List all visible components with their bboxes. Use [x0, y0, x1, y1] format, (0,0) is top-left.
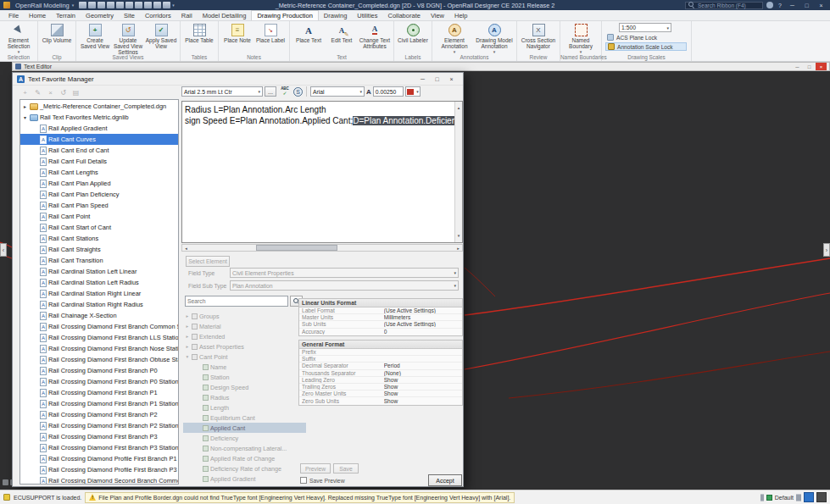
quick-access-icon[interactable] — [153, 2, 161, 8]
symbol-insert-icon[interactable]: S — [293, 87, 303, 97]
account-icon[interactable] — [766, 2, 773, 8]
favorites-toolbar-icon[interactable]: ↺ — [58, 87, 69, 97]
ribbon-tab[interactable]: Drawing — [319, 10, 353, 20]
scroll-left-icon[interactable]: ◂ — [182, 246, 190, 251]
favorites-tree-item[interactable]: Rail Crossing Diamond First Branch LLS S… — [20, 332, 178, 343]
quick-access-icon[interactable] — [79, 2, 86, 8]
favorites-tree-item[interactable]: Rail Crossing Diamond First Branch P3 — [20, 431, 178, 442]
ribbon-tab[interactable]: Terrain — [51, 10, 81, 20]
field-tree-item[interactable]: Equilibrium Cant — [183, 413, 306, 423]
tree-expand-icon[interactable]: ▸ — [22, 103, 28, 109]
field-tree-item[interactable]: Applied Gradient — [183, 474, 306, 484]
status-icon[interactable] — [799, 494, 801, 501]
window-restore-button[interactable]: □ — [801, 3, 812, 8]
quick-access-icon[interactable] — [107, 2, 114, 8]
ribbon-button[interactable]: Cross Section Navigator ▾ — [520, 23, 557, 53]
font-warning-message[interactable]: File Plan and Profile Border.dgn could n… — [85, 492, 515, 503]
save-button[interactable]: Save — [333, 463, 359, 474]
favorites-tree-item[interactable]: Rail Crossing Diamond First Branch Nose … — [20, 343, 178, 354]
help-icon[interactable]: ? — [777, 3, 783, 8]
panel-expander-left[interactable]: ‹ — [0, 243, 7, 257]
ribbon-tab[interactable]: File — [3, 10, 24, 20]
favorites-toolbar-icon[interactable]: ✎ — [32, 87, 43, 97]
favorites-tree-item[interactable]: Rail Crossing Diamond First Branch Obtus… — [20, 354, 178, 365]
ribbon-tab[interactable]: Help — [449, 10, 472, 20]
favorites-tree-item[interactable]: Rail Applied Gradient — [20, 123, 178, 134]
favorites-tree-item[interactable]: Rail Crossing Diamond First Branch P2 — [20, 409, 178, 420]
favorites-tree-item[interactable]: Rail Crossing Diamond Profile First Bran… — [20, 464, 178, 475]
ribbon-button[interactable]: Change Text Attributes ▾ — [359, 23, 391, 53]
format-property-row[interactable]: Decimal Separator Period — [299, 363, 462, 369]
tree-expand-icon[interactable]: ▾ — [185, 354, 190, 359]
annotation-scale-lock-toggle[interactable]: Annotation Scale Lock — [605, 42, 687, 51]
ribbon-button[interactable]: Place Note ▾ — [221, 23, 253, 47]
ribbon-tab[interactable]: Drawing Production — [251, 10, 318, 20]
field-tree-item[interactable]: Length — [183, 402, 306, 413]
favorites-tree-item[interactable]: Rail Cant End of Cant — [20, 145, 178, 156]
favorites-tree-item[interactable]: Rail Cardinal Station Right Linear — [20, 288, 178, 299]
format-property-row[interactable]: Accuracy 0 — [299, 329, 462, 335]
ribbon-button[interactable]: Clip Volume ▾ — [41, 23, 73, 47]
drawing-scale-select[interactable]: 1:500 ▾ — [619, 23, 671, 32]
favorites-tree-item[interactable]: Rail Cant Plan Speed — [20, 200, 178, 211]
tree-expand-icon[interactable]: ▸ — [185, 334, 190, 339]
ribbon-tab[interactable]: Home — [24, 10, 51, 20]
quick-access-icon[interactable] — [116, 2, 124, 8]
favorites-tree-item[interactable]: Rail Cant Start of Cant — [20, 222, 178, 233]
te-window-restore-button[interactable]: □ — [804, 63, 815, 70]
ribbon-tab[interactable]: Site — [119, 10, 140, 20]
favorites-tree-item[interactable]: Rail Cant Lengths — [20, 167, 178, 178]
favorites-tree-item[interactable]: Rail Chainage X-Section — [20, 310, 178, 321]
format-property-row[interactable]: Suffix — [299, 356, 462, 363]
ribbon-button[interactable]: Edit Text ▾ — [326, 23, 358, 47]
field-tree-item[interactable]: Radius — [183, 392, 306, 402]
favorites-tree-item[interactable]: Rail Cant Plan Applied — [20, 178, 178, 189]
te-window-close-button[interactable]: × — [816, 63, 827, 70]
favorites-tree-item[interactable]: Rail Crossing Diamond Second Branch Comm… — [20, 475, 178, 485]
format-property-row[interactable]: Zero Master Units Show — [299, 390, 462, 397]
field-tree-item[interactable]: ▸ Material — [183, 321, 306, 331]
ribbon-tab[interactable]: Collaborate — [383, 10, 426, 20]
ribbon-button[interactable]: Civil Labeler ▾ — [397, 23, 429, 47]
favorites-tree-item[interactable]: Rail Cant Transition — [20, 255, 178, 266]
ribbon-tab[interactable]: Geometry — [81, 10, 119, 20]
format-property-row[interactable]: Sub Units (Use Active Settings) — [299, 321, 462, 328]
favorites-tree-item[interactable]: Rail Crossing Diamond First Branch P1 — [20, 387, 178, 398]
field-tree-item[interactable]: ▸ Groups — [183, 311, 306, 321]
favorites-tree-item[interactable]: Rail Cant Plan Deficiency — [20, 189, 178, 200]
field-tree-item[interactable]: Design Speed — [183, 382, 306, 392]
favorites-tree-item[interactable]: Rail Crossing Diamond First Branch P2 St… — [20, 420, 178, 431]
favorites-toolbar-icon[interactable]: ▤ — [70, 87, 81, 97]
favorites-tree-item[interactable]: Rail Crossing Diamond First Branch P0 St… — [20, 376, 178, 387]
status-icon[interactable] — [762, 494, 764, 501]
favorites-tree-item[interactable]: Rail Cant Straights — [20, 244, 178, 255]
text-editor-window-titlebar[interactable]: Text Editor ─ □ × — [12, 62, 830, 71]
field-tree-item[interactable]: Deficiency Rate of change — [183, 463, 306, 474]
more-styles-button[interactable]: ... — [265, 86, 276, 97]
ribbon-tab[interactable]: Model Detailing — [198, 10, 252, 20]
window-close-button[interactable]: × — [816, 3, 827, 8]
ribbon-button[interactable]: Element Selection ▾ — [3, 23, 35, 53]
select-element-button[interactable]: Select Element — [186, 256, 230, 267]
ribbon-button[interactable]: Place Text ▾ — [292, 23, 325, 47]
ribbon-tab[interactable]: Corridors — [140, 10, 176, 20]
acs-plane-lock-toggle[interactable]: ACS Plane Lock — [605, 33, 687, 42]
notifications-icon[interactable] — [804, 492, 814, 502]
format-property-row[interactable]: Prefix — [299, 349, 462, 356]
workflow-selector[interactable]: OpenRail Modeling ▾ — [15, 2, 74, 9]
favorites-tree-item[interactable]: Rail Cardinal Station Left Linear — [20, 266, 178, 277]
favorites-tree-item[interactable]: Rail Crossing Diamond First Branch P0 — [20, 365, 178, 376]
favorites-tree-item[interactable]: Rail Crossing Diamond First Branch Commo… — [20, 321, 178, 332]
save-preview-checkbox[interactable] — [300, 477, 307, 484]
tree-expand-icon[interactable]: ▾ — [22, 114, 28, 120]
field-tree-item[interactable]: Station — [183, 372, 306, 382]
quick-access-icon[interactable] — [97, 2, 105, 8]
te-window-minimize-button[interactable]: ─ — [792, 63, 803, 70]
scrollbar-thumb[interactable] — [256, 245, 337, 251]
format-property-row[interactable]: Zero Sub Units Show — [299, 397, 462, 404]
field-subtype-select[interactable]: Plan Annotation▾ — [230, 280, 459, 291]
format-property-row[interactable]: Thousands Separator (None) — [299, 370, 462, 377]
ribbon-button[interactable]: Element Annotation ▾ — [435, 23, 474, 53]
field-tree-item[interactable]: Applied Cant — [183, 423, 306, 433]
ribbon-button[interactable]: Place Label ▾ — [254, 23, 287, 47]
